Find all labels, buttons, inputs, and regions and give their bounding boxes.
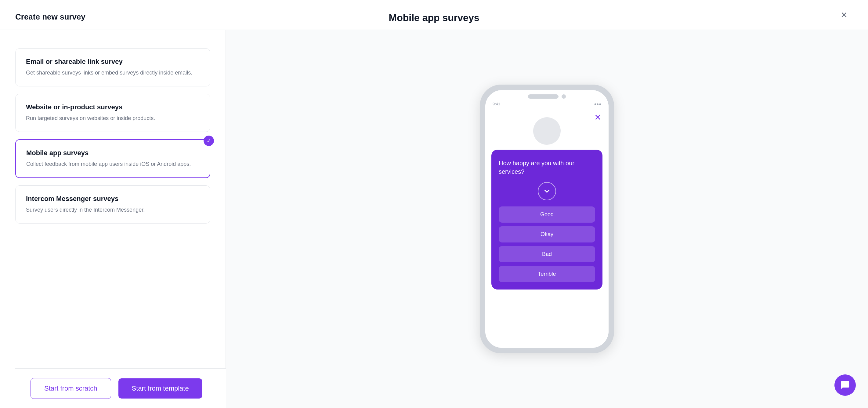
phone-notch [528,94,559,99]
modal-body: Email or shareable link survey Get share… [0,30,868,408]
survey-card: How happy are you with our services? Goo… [491,150,602,290]
survey-question: How happy are you with our services? [499,159,595,176]
option-intercom-title: Intercom Messenger surveys [26,195,199,203]
phone-mockup: 9:41 ●●● ✕ How happy are you with our se… [480,85,614,353]
option-intercom[interactable]: Intercom Messenger surveys Survey users … [15,185,210,224]
survey-answer-bad[interactable]: Bad [499,246,595,262]
right-panel: 9:41 ●●● ✕ How happy are you with our se… [226,30,868,408]
survey-answer-terrible[interactable]: Terrible [499,266,595,282]
phone-content: ✕ How happy are you with our services? G… [485,108,609,348]
survey-answer-okay[interactable]: Okay [499,226,595,242]
phone-time: 9:41 [493,102,500,106]
option-mobile-desc: Collect feedback from mobile app users i… [26,160,199,168]
modal-title: Mobile app surveys [389,12,479,24]
phone-status-bar: 9:41 ●●● [485,102,609,108]
option-email-desc: Get shareable surveys links or embed sur… [26,69,199,77]
chat-bubble-button[interactable] [834,374,856,396]
survey-options-list: Email or shareable link survey Get share… [15,48,210,368]
phone-camera [562,94,566,99]
survey-chevron-btn[interactable] [538,182,556,200]
start-template-button[interactable]: Start from template [118,378,203,399]
start-scratch-button[interactable]: Start from scratch [31,378,111,399]
phone-close-icon[interactable]: ✕ [594,112,601,122]
option-website[interactable]: Website or in-product surveys Run target… [15,94,210,132]
option-email-title: Email or shareable link survey [26,58,199,66]
option-mobile-title: Mobile app surveys [26,149,199,157]
survey-answer-good[interactable]: Good [499,206,595,223]
footer-buttons: Start from scratch Start from template [15,368,241,408]
phone-avatar [533,117,561,145]
close-button[interactable]: × [838,7,850,23]
option-website-title: Website or in-product surveys [26,103,199,111]
option-intercom-desc: Survey users directly in the Intercom Me… [26,206,199,214]
option-website-desc: Run targeted surveys on websites or insi… [26,114,199,122]
option-mobile[interactable]: Mobile app surveys Collect feedback from… [15,139,210,178]
left-panel: Email or shareable link survey Get share… [0,30,226,408]
option-email[interactable]: Email or shareable link survey Get share… [15,48,210,86]
phone-signal: ●●● [594,102,601,106]
phone-inner: 9:41 ●●● ✕ How happy are you with our se… [485,90,609,348]
modal-header: Mobile app surveys × [0,0,868,30]
selected-check-badge: ✓ [204,136,214,146]
modal: Create new survey Mobile app surveys × E… [0,0,868,408]
phone-notch-area [485,90,609,102]
